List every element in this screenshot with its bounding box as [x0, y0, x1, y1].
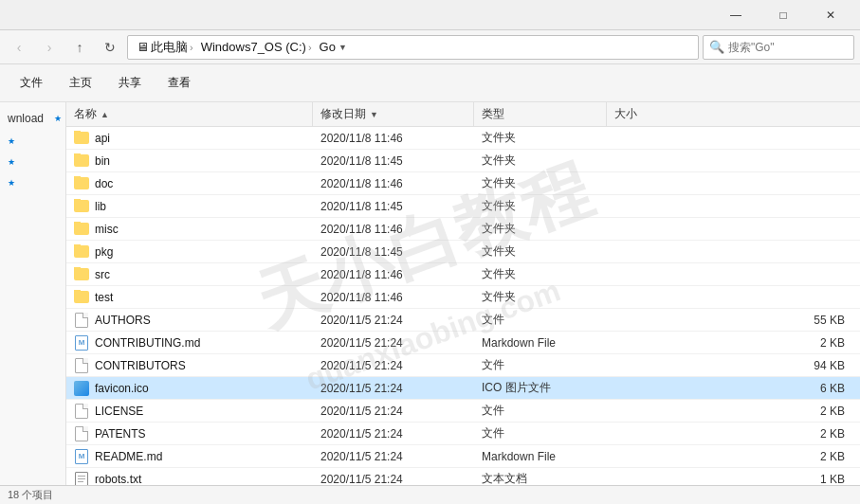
file-name-cell: LICENSE	[66, 404, 313, 419]
left-item-3[interactable]: ★	[0, 152, 65, 172]
col-name-header[interactable]: 名称 ▲	[66, 102, 313, 126]
table-row[interactable]: misc 2020/11/8 11:46 文件夹	[66, 218, 860, 241]
file-name-cell: M CONTRIBUTING.md	[66, 335, 313, 351]
file-size-cell: 2 KB	[607, 405, 860, 418]
back-button[interactable]: ‹	[6, 34, 32, 61]
table-row[interactable]: src 2020/11/8 11:46 文件夹	[66, 263, 860, 286]
file-date-cell: 2020/11/8 11:46	[313, 223, 474, 236]
table-row[interactable]: M CONTRIBUTING.md 2020/11/5 21:24 Markdo…	[66, 332, 860, 354]
address-bar: ‹ › ↑ ↻ 🖥 此电脑 › Windows7_OS (C:) › Go ▼ …	[0, 30, 860, 64]
file-icon-wrapper	[74, 199, 89, 214]
file-icon-wrapper: M	[74, 449, 89, 464]
table-row[interactable]: doc 2020/11/8 11:46 文件夹	[66, 172, 860, 195]
search-bar[interactable]: 🔍	[703, 35, 854, 60]
file-name: doc	[95, 177, 113, 190]
breadcrumb-label-drive: Windows7_OS (C:)	[201, 40, 306, 54]
left-item-4[interactable]: ★	[0, 172, 65, 193]
file-name-cell: misc	[66, 222, 313, 237]
table-row[interactable]: lib 2020/11/8 11:45 文件夹	[66, 195, 860, 218]
file-name: LICENSE	[95, 405, 143, 418]
file-type-cell: Markdown File	[474, 450, 607, 463]
file-date-cell: 2020/11/8 11:46	[313, 132, 474, 145]
file-name-cell: api	[66, 131, 313, 146]
col-date-label: 修改日期	[320, 106, 366, 122]
col-name-label: 名称	[74, 106, 97, 122]
file-name: PATENTS	[95, 427, 146, 441]
left-panel: wnload ★ ★ ★ ★	[0, 102, 66, 485]
file-name-cell: src	[66, 267, 313, 282]
table-row[interactable]: api 2020/11/8 11:46 文件夹	[66, 127, 860, 150]
file-name-cell: robots.txt	[66, 472, 313, 486]
table-row[interactable]: AUTHORS 2020/11/5 21:24 文件 55 KB	[66, 309, 860, 332]
breadcrumb-drive[interactable]: Windows7_OS (C:) ›	[198, 39, 315, 55]
file-type-cell: Markdown File	[474, 336, 607, 350]
file-icon-wrapper	[74, 472, 89, 486]
file-name-cell: lib	[66, 199, 313, 214]
table-row[interactable]: robots.txt 2020/11/5 21:24 文本文档 1 KB	[66, 468, 860, 485]
pin-icon: ★	[54, 114, 62, 123]
col-type-header[interactable]: 类型	[474, 102, 607, 126]
folder-icon	[74, 132, 89, 144]
file-icon	[75, 313, 88, 328]
col-date-header[interactable]: 修改日期 ▼	[313, 102, 474, 126]
table-row[interactable]: bin 2020/11/8 11:45 文件夹	[66, 150, 860, 172]
table-row[interactable]: LICENSE 2020/11/5 21:24 文件 2 KB	[66, 400, 860, 423]
file-date-cell: 2020/11/5 21:24	[313, 314, 474, 327]
table-row[interactable]: CONTRIBUTORS 2020/11/5 21:24 文件 94 KB	[66, 354, 860, 377]
toolbar-share[interactable]: 共享	[106, 69, 154, 98]
file-date-cell: 2020/11/8 11:45	[313, 154, 474, 168]
col-type-label: 类型	[482, 106, 504, 122]
md-icon: M	[75, 335, 88, 351]
file-icon	[75, 404, 88, 419]
maximize-button[interactable]: □	[761, 0, 805, 30]
file-name-cell: bin	[66, 153, 313, 169]
up-button[interactable]: ↑	[66, 34, 93, 61]
folder-icon	[74, 154, 89, 167]
forward-button[interactable]: ›	[36, 34, 63, 61]
toolbar-file[interactable]: 文件	[8, 69, 55, 98]
left-item-download[interactable]: wnload ★	[0, 106, 65, 131]
table-row[interactable]: test 2020/11/8 11:46 文件夹	[66, 286, 860, 309]
breadcrumb-pc[interactable]: 🖥 此电脑 ›	[134, 38, 196, 57]
toolbar: 文件 主页 共享 查看	[0, 64, 860, 102]
pin-icon-4: ★	[8, 178, 15, 188]
file-size-cell: 2 KB	[607, 336, 860, 350]
file-date-cell: 2020/11/5 21:24	[313, 427, 474, 441]
folder-icon	[74, 200, 89, 212]
file-name-cell: CONTRIBUTORS	[66, 358, 313, 373]
file-type-cell: 文件夹	[474, 289, 607, 305]
left-item-2[interactable]: ★	[0, 131, 65, 152]
toolbar-home[interactable]: 主页	[57, 69, 104, 98]
file-type-cell: 文件夹	[474, 130, 607, 146]
sort-arrow: ▲	[101, 110, 109, 119]
file-type-cell: 文件	[474, 357, 607, 373]
folder-icon	[74, 245, 89, 258]
file-date-cell: 2020/11/8 11:46	[313, 291, 474, 304]
file-name-cell: test	[66, 290, 313, 305]
status-text: 18 个项目	[8, 488, 53, 502]
table-row[interactable]: PATENTS 2020/11/5 21:24 文件 2 KB	[66, 423, 860, 445]
main-layout: wnload ★ ★ ★ ★ 名称 ▲ 修改日期 ▼ 类型	[0, 102, 860, 485]
file-date-cell: 2020/11/8 11:46	[313, 268, 474, 281]
file-size-cell: 6 KB	[607, 382, 860, 395]
file-name: CONTRIBUTING.md	[95, 336, 200, 350]
file-date-cell: 2020/11/5 21:24	[313, 359, 474, 372]
table-row[interactable]: pkg 2020/11/8 11:45 文件夹	[66, 241, 860, 263]
table-row[interactable]: favicon.ico 2020/11/5 21:24 ICO 图片文件 6 K…	[66, 377, 860, 400]
col-size-header[interactable]: 大小	[607, 102, 860, 126]
file-icon-wrapper: M	[74, 335, 89, 351]
breadcrumb-folder[interactable]: Go ▼	[317, 39, 350, 55]
file-type-cell: 文件	[474, 312, 607, 328]
file-name: pkg	[95, 245, 113, 259]
file-list-container[interactable]: 名称 ▲ 修改日期 ▼ 类型 大小 api 2020/11/8 11:46 文件…	[66, 102, 860, 485]
table-row[interactable]: M README.md 2020/11/5 21:24 Markdown Fil…	[66, 445, 860, 468]
file-type-cell: 文件夹	[474, 153, 607, 169]
search-input[interactable]	[728, 41, 860, 54]
md-icon: M	[75, 449, 88, 464]
file-name: src	[95, 268, 110, 281]
toolbar-view[interactable]: 查看	[156, 69, 203, 98]
close-button[interactable]: ✕	[809, 0, 852, 30]
minimize-button[interactable]: —	[714, 0, 758, 30]
refresh-button[interactable]: ↻	[97, 34, 123, 61]
file-icon-wrapper	[74, 244, 89, 260]
